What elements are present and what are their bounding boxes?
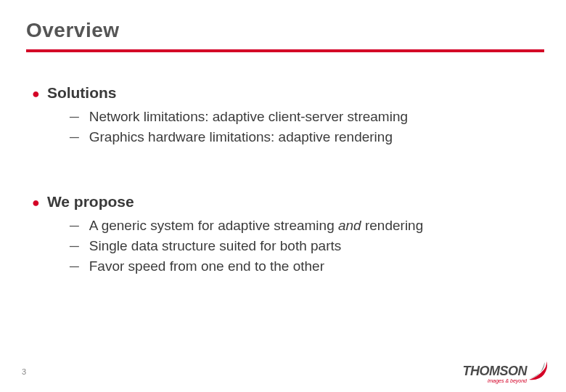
bullet-icon: ● [32, 196, 40, 209]
dash-icon: ─ [70, 239, 79, 254]
section-solutions: ● Solutions ─ Network limitations: adapt… [26, 84, 544, 145]
dash-icon: ─ [70, 219, 79, 234]
dash-icon: ─ [70, 110, 79, 125]
bullet-icon: ● [32, 87, 40, 100]
dash-icon: ─ [70, 259, 79, 274]
list-item-text: Graphics hardware limitations: adaptive … [89, 129, 393, 145]
slide-title: Overview [26, 19, 544, 42]
section-heading: Solutions [47, 84, 117, 102]
list-item: ─ Graphics hardware limitations: adaptiv… [70, 129, 544, 145]
dash-icon: ─ [70, 130, 79, 145]
list-item-text: Single data structure suited for both pa… [89, 238, 341, 254]
list-item-text: A generic system for adaptive streaming … [89, 218, 423, 234]
section-heading: We propose [47, 193, 134, 211]
brand-logo: THOMSON images & beyond [463, 359, 551, 383]
title-rule [26, 49, 544, 52]
list-item: ─ A generic system for adaptive streamin… [70, 218, 544, 234]
swoosh-icon [525, 359, 550, 383]
list-item: ─ Network limitations: adaptive client-s… [70, 109, 544, 125]
list-item-text: Network limitations: adaptive client-ser… [89, 109, 408, 125]
list-item-text: Favor speed from one end to the other [89, 258, 324, 274]
list-item: ─ Favor speed from one end to the other [70, 258, 544, 274]
logo-brand: THOMSON [463, 364, 528, 378]
logo-tagline: images & beyond [488, 378, 527, 383]
list-item: ─ Single data structure suited for both … [70, 238, 544, 254]
page-number: 3 [22, 367, 26, 376]
section-we-propose: ● We propose ─ A generic system for adap… [26, 193, 544, 274]
